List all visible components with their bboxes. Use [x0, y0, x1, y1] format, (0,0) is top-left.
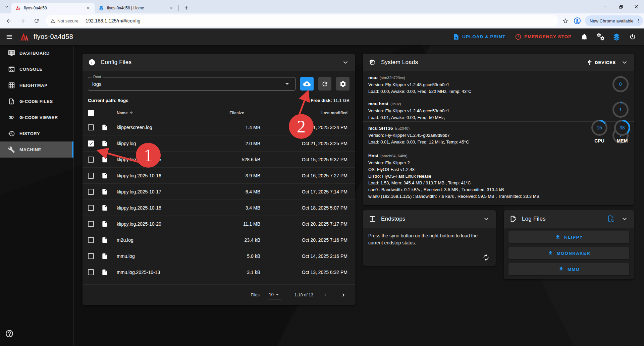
column-filesize[interactable]: Filesize	[213, 111, 260, 115]
files-per-page-label: Files	[251, 293, 259, 297]
reload-button[interactable]	[31, 15, 42, 26]
table-row[interactable]: m2u.log 23.4 kB Oct 20, 2025 7:16 PM	[83, 232, 355, 248]
sidebar-item-console[interactable]: CONSOLE	[0, 61, 73, 77]
flyos-logo[interactable]	[19, 31, 30, 43]
file-size: 5.0 kB	[213, 253, 260, 259]
sidebar-item-machine[interactable]: MACHINE	[0, 141, 73, 158]
collapse-chevron-icon[interactable]	[621, 215, 629, 223]
help-button[interactable]	[5, 329, 14, 338]
cpu-gauge-label: CPU	[591, 138, 607, 143]
file-size: 2.0 MB	[213, 141, 260, 146]
row-checkbox[interactable]	[88, 173, 94, 179]
root-select[interactable]: Root logs	[88, 77, 296, 91]
grid-icon	[7, 81, 15, 89]
table-row[interactable]: klippy.log.2025-10-15 528.6 kB Oct 15, 2…	[83, 152, 355, 168]
endstops-panel: Endstops Press the sync-button on the ri…	[363, 210, 496, 266]
history-icon	[7, 129, 15, 137]
tab-separator	[178, 5, 179, 11]
sidebar-item-gcode-viewer[interactable]: 3D G-CODE VIEWER	[0, 109, 73, 125]
prev-page-button[interactable]	[319, 289, 331, 301]
window-close-button[interactable]	[629, 0, 644, 13]
row-checkbox[interactable]	[88, 189, 94, 195]
security-label: Not secure	[57, 18, 78, 23]
download-moonraker-log-button[interactable]: MOONRAKER	[508, 247, 629, 259]
row-checkbox[interactable]	[88, 124, 94, 130]
table-row[interactable]: klippy.log 2.0 MB Oct 21, 2025 3:25 PM	[83, 135, 355, 152]
table-row[interactable]: klipperscreen.log 1.4 MB Oct 21, 2025 3:…	[83, 119, 355, 135]
table-row[interactable]: klippy.log.2025-10-18 3.4 MB Oct 18, 202…	[83, 200, 355, 216]
collapse-chevron-icon[interactable]	[482, 215, 490, 223]
download-klippy-log-button[interactable]: KLIPPY	[508, 231, 629, 243]
per-page-select[interactable]: 10	[268, 290, 281, 299]
refresh-button[interactable]	[318, 77, 332, 91]
new-tab-button[interactable]	[181, 3, 191, 12]
row-checkbox[interactable]	[88, 237, 94, 243]
mcu-host-version-line: Version: Fly-Klipper v1.2.48-gcce53eb0e1	[368, 108, 607, 114]
flyos-favicon	[15, 5, 21, 11]
file-settings-button[interactable]	[336, 77, 350, 91]
address-bar[interactable]: Not secure 192.168.1.125/m/#/config	[46, 15, 558, 26]
select-caret-icon	[283, 80, 291, 88]
hamburger-menu-button[interactable]	[3, 30, 16, 44]
row-checkbox[interactable]	[88, 253, 94, 259]
row-checkbox[interactable]	[88, 205, 94, 211]
file-modified: Oct 17, 2025 7:14 PM	[260, 189, 347, 194]
table-row[interactable]: mmu.log 5.0 kB Oct 14, 2025 2:16 PM	[83, 248, 355, 264]
upload-and-print-button[interactable]: UPLOAD & PRINT	[449, 31, 509, 43]
notifications-bell-button[interactable]	[578, 30, 591, 44]
table-row[interactable]: klippy.log.2025-10-20 11.1 MB Oct 20, 20…	[83, 216, 355, 232]
file-icon	[101, 205, 117, 211]
row-checkbox[interactable]	[88, 269, 94, 275]
endstop-sync-button[interactable]	[482, 254, 490, 262]
next-page-button[interactable]	[337, 289, 350, 301]
row-checkbox[interactable]	[88, 157, 94, 163]
file-modified: Oct 13, 2025 6:32 PM	[260, 270, 347, 275]
browser-menu-icon[interactable]	[636, 18, 641, 24]
file-size: 23.4 kB	[213, 237, 260, 243]
tab-search-button[interactable]	[2, 2, 11, 11]
table-row[interactable]: mmu.log.2025-10-13 3.1 kB Oct 13, 2025 6…	[83, 264, 355, 280]
sidebar-item-gcode-files[interactable]: G-CODE FILES	[0, 93, 73, 109]
select-all-checkbox[interactable]	[88, 110, 94, 116]
row-checkbox[interactable]	[88, 140, 94, 147]
emergency-stop-button[interactable]: EMERGENCY STOP	[512, 31, 575, 43]
column-last-modified[interactable]: Last modified	[260, 111, 347, 115]
sidebar-item-history[interactable]: HISTORY	[0, 125, 73, 141]
tab-close-icon[interactable]	[85, 5, 91, 11]
window-minimize-button[interactable]	[598, 0, 613, 13]
window-restore-button[interactable]	[613, 0, 629, 13]
download-mmu-log-button[interactable]: MMU	[508, 263, 629, 275]
settings-gears-button[interactable]	[594, 30, 607, 44]
browser-tab-inactive[interactable]: flyos-0a4d58 | Home	[95, 3, 178, 13]
forward-button[interactable]	[17, 15, 28, 26]
back-button[interactable]	[3, 15, 14, 26]
pagination-range: 1-10 of 13	[294, 293, 313, 297]
rollover-logs-button[interactable]	[607, 215, 615, 223]
row-checkbox[interactable]	[88, 221, 94, 227]
main-area: Config Files Root logs Current path: /lo	[74, 45, 644, 346]
chrome-update-label: New Chrome available	[590, 18, 634, 23]
power-button[interactable]	[626, 30, 639, 44]
window-controls	[598, 0, 644, 13]
browser-tab-active[interactable]: flyos-0a4d58	[11, 3, 95, 13]
bookmark-star-icon[interactable]	[561, 16, 570, 25]
file-icon	[101, 237, 117, 243]
mem-gauge: 38	[614, 120, 630, 136]
devices-button[interactable]: DEVICES	[587, 59, 616, 65]
layers-button[interactable]	[610, 30, 623, 44]
profile-icon[interactable]	[573, 16, 582, 25]
sidebar-item-dashboard[interactable]: DASHBOARD	[0, 45, 73, 61]
column-name[interactable]: Name	[117, 111, 213, 115]
fluidd-favicon	[99, 5, 104, 11]
gear-icon	[339, 80, 346, 88]
file-size: 3.9 MB	[213, 173, 260, 178]
chrome-update-chip[interactable]: New Chrome available	[585, 15, 643, 26]
tab-close-icon[interactable]	[168, 5, 174, 11]
root-select-value: logs	[92, 81, 102, 87]
sidebar-item-heightmap[interactable]: HEIGHTMAP	[0, 77, 73, 93]
collapse-chevron-icon[interactable]	[621, 58, 629, 66]
collapse-chevron-icon[interactable]	[341, 58, 350, 66]
table-row[interactable]: klippy.log.2025-10-17 6.4 MB Oct 17, 202…	[83, 184, 355, 200]
table-row[interactable]: klippy.log.2025-10-16 3.9 MB Oct 16, 202…	[83, 168, 355, 184]
download-all-button[interactable]	[300, 77, 314, 91]
